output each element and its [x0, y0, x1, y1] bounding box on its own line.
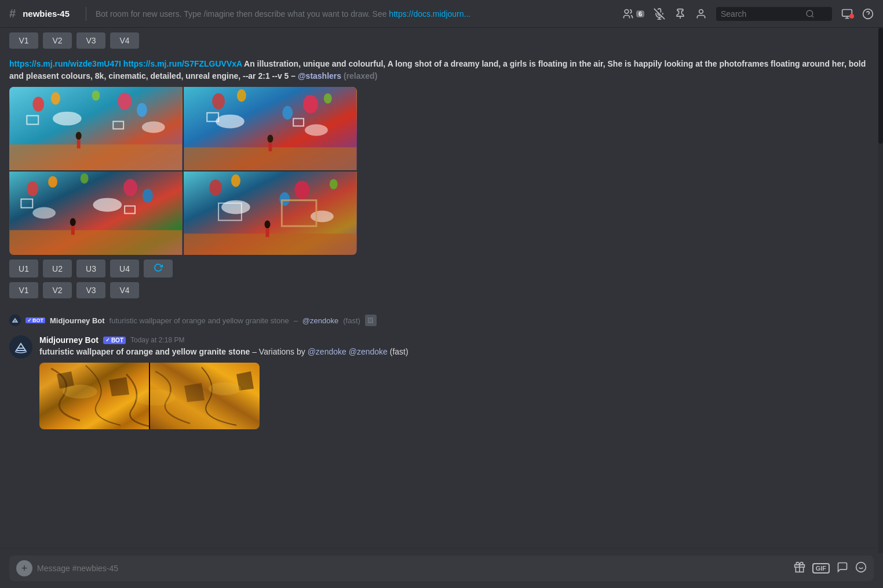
- topbar: # newbies-45 Bot room for new users. Typ…: [0, 0, 883, 28]
- svg-point-65: [9, 315, 21, 326]
- emoji-icon[interactable]: [855, 561, 867, 576]
- threads-icon[interactable]: [837, 561, 848, 576]
- search-bar[interactable]: [716, 7, 832, 21]
- compact-bot-name: Midjourney Bot: [50, 316, 105, 325]
- v4-button-top[interactable]: V4: [110, 32, 139, 49]
- first-status: (relaxed): [344, 71, 377, 81]
- svg-point-46: [70, 218, 76, 226]
- message-status-text: (fast): [390, 347, 408, 356]
- input-icons: GIF: [794, 561, 867, 576]
- svg-point-33: [268, 134, 273, 143]
- screen-share-icon[interactable]: [841, 8, 853, 20]
- u1-button[interactable]: U1: [9, 260, 38, 277]
- svg-point-55: [294, 181, 309, 199]
- add-attachment-button[interactable]: +: [16, 560, 32, 576]
- compact-bot-avatar: [9, 315, 21, 326]
- v2-button-bottom[interactable]: V2: [43, 282, 72, 298]
- svg-rect-60: [266, 228, 269, 237]
- svg-point-28: [237, 89, 246, 102]
- gif-icon[interactable]: GIF: [812, 563, 830, 574]
- svg-point-17: [137, 103, 147, 117]
- svg-point-5: [699, 9, 703, 13]
- svg-point-57: [330, 179, 338, 189]
- svg-point-59: [265, 220, 271, 228]
- image-icon-button[interactable]: 🖼: [365, 315, 377, 326]
- first-message-prompt: https://s.mj.run/wizde3mU47I https://s.m…: [9, 58, 874, 82]
- svg-point-20: [76, 132, 82, 140]
- first-image-grid[interactable]: [9, 87, 357, 255]
- compact-separator: –: [294, 316, 298, 325]
- image-cell-1: [9, 87, 183, 170]
- svg-point-43: [143, 189, 153, 203]
- svg-point-81: [856, 562, 866, 572]
- v3-button-top[interactable]: V3: [76, 32, 105, 49]
- bot-name: Midjourney Bot: [39, 335, 98, 345]
- svg-point-18: [92, 90, 100, 101]
- svg-point-14: [32, 97, 44, 112]
- compact-checkmark-icon: ✓: [27, 317, 32, 323]
- search-icon: [805, 9, 815, 19]
- svg-rect-34: [269, 143, 272, 151]
- pin-icon[interactable]: [674, 8, 686, 20]
- svg-point-31: [324, 93, 332, 104]
- message-mention: @zendoke: [308, 347, 346, 356]
- docs-link[interactable]: https://docs.midjourn...: [389, 9, 470, 19]
- image-cell-4: [184, 171, 357, 255]
- svg-point-67: [9, 335, 32, 359]
- bot-chat-message: Midjourney Bot ✓ BOT Today at 2:18 PM fu…: [9, 331, 874, 434]
- u4-button[interactable]: U4: [110, 260, 139, 277]
- svg-point-30: [282, 106, 293, 120]
- scrollbar-thumb[interactable]: [878, 28, 883, 144]
- topbar-divider: [86, 7, 86, 21]
- svg-rect-58: [184, 233, 357, 255]
- bot-message-header: Midjourney Bot ✓ BOT Today at 2:18 PM: [39, 335, 874, 345]
- prompt-link2[interactable]: https://s.mj.run/S7FZLGUVVxA: [123, 59, 242, 68]
- v2-button-top[interactable]: V2: [43, 32, 72, 49]
- prompt-link1[interactable]: https://s.mj.run/wizde3mU47I: [9, 59, 121, 68]
- v4-button-bottom[interactable]: V4: [110, 282, 139, 298]
- help-icon[interactable]: [862, 8, 874, 20]
- svg-point-49: [32, 207, 56, 219]
- message-input-bar: + GIF: [0, 548, 883, 588]
- message-input-inner: + GIF: [9, 556, 874, 581]
- svg-point-76: [135, 389, 176, 406]
- compact-mention: @zendoke: [302, 316, 338, 325]
- member-count-badge: 6: [636, 10, 644, 17]
- scrollbar-track: [878, 28, 883, 553]
- svg-point-35: [216, 115, 245, 129]
- bot-avatar: [9, 335, 32, 359]
- svg-point-53: [209, 180, 222, 196]
- svg-point-44: [81, 173, 89, 184]
- main-content: V1 V2 V3 V4 https://s.mj.run/wizde3mU47I…: [0, 28, 883, 548]
- gift-icon[interactable]: [794, 561, 805, 576]
- svg-point-6: [807, 10, 813, 17]
- svg-point-25: [142, 122, 165, 133]
- compact-bot-badge: ✓ BOT: [25, 317, 45, 323]
- refresh-button[interactable]: [144, 260, 173, 277]
- members-icon-with-count[interactable]: 6: [622, 8, 644, 20]
- u2-button[interactable]: U2: [43, 260, 72, 277]
- svg-point-29: [303, 95, 318, 114]
- bot-message-text: futuristic wallpaper of orange and yello…: [39, 346, 874, 358]
- channel-description: Bot room for new users. Type /imagine th…: [96, 9, 618, 19]
- message-input[interactable]: [37, 564, 789, 573]
- message-rest-text: – Variations by: [252, 347, 305, 356]
- svg-point-16: [118, 93, 132, 110]
- mute-icon[interactable]: [654, 8, 665, 20]
- image-cell-2: [184, 87, 357, 170]
- svg-point-54: [231, 174, 240, 187]
- topbar-icons: 6: [622, 7, 874, 21]
- search-input[interactable]: [721, 9, 802, 19]
- v1-button-bottom[interactable]: V1: [9, 282, 38, 298]
- svg-point-24: [53, 112, 82, 126]
- user-profile-icon[interactable]: [695, 8, 707, 20]
- svg-line-7: [812, 16, 813, 17]
- mention-text: @zendoke: [349, 347, 388, 356]
- granite-image[interactable]: [39, 363, 260, 429]
- v1-button-top[interactable]: V1: [9, 32, 38, 49]
- svg-rect-47: [71, 226, 75, 235]
- compact-prompt-text: futuristic wallpaper of orange and yello…: [110, 316, 289, 325]
- u3-button[interactable]: U3: [76, 260, 105, 277]
- v3-button-bottom[interactable]: V3: [76, 282, 105, 298]
- svg-point-15: [51, 92, 60, 105]
